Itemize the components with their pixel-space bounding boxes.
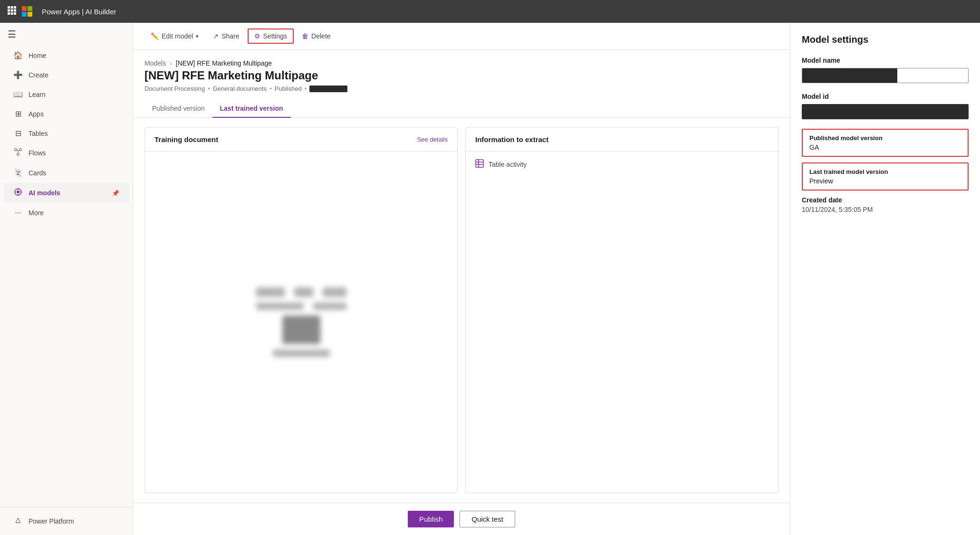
breadcrumb: Models › [NEW] RFE Marketing Multipage [144, 59, 778, 67]
created-date-section: Created date 10/11/2024, 5:35:05 PM [802, 196, 969, 213]
sidebar-item-apps[interactable]: ⊞ Apps [4, 105, 129, 123]
sidebar-item-label: AI models [29, 189, 60, 197]
settings-panel: Model settings Model name Model id Publi… [790, 23, 980, 535]
delete-label: Delete [311, 32, 330, 40]
svg-point-17 [17, 191, 19, 193]
last-trained-model-version-box: Last trained model version Preview [802, 162, 969, 191]
info-card-header: Information to extract [466, 128, 778, 152]
edit-model-button[interactable]: ✏️ Edit model ▾ [144, 29, 205, 43]
svg-rect-3 [8, 9, 10, 11]
svg-rect-18 [476, 160, 483, 167]
svg-rect-8 [14, 12, 16, 15]
svg-point-14 [19, 149, 22, 151]
sidebar-item-label: Create [29, 71, 48, 79]
svg-rect-5 [14, 9, 16, 11]
quick-test-button[interactable]: Quick test [460, 511, 515, 527]
flows-icon [13, 148, 23, 158]
sidebar-item-label: More [29, 209, 44, 217]
sidebar-item-tables[interactable]: ⊟ Tables [4, 124, 129, 143]
dropdown-chevron-icon: ▾ [196, 33, 199, 39]
edit-model-label: Edit model [162, 32, 193, 40]
sidebar-item-label: Home [29, 52, 46, 59]
svg-point-15 [17, 153, 19, 156]
table-icon [475, 159, 484, 170]
svg-rect-0 [8, 6, 10, 9]
published-model-version-box: Published model version GA [802, 129, 969, 157]
published-model-version-label: Published model version [809, 134, 961, 142]
meta-doc-type: Document Processing [144, 85, 205, 92]
breadcrumb-current: [NEW] RFE Marketing Multipage [176, 59, 272, 67]
svg-rect-4 [11, 9, 13, 11]
apps-icon: ⊞ [13, 109, 23, 118]
publish-button[interactable]: Publish [408, 511, 454, 527]
sidebar-item-learn[interactable]: 📖 Learn [4, 85, 129, 104]
footer-actions: Publish Quick test [133, 503, 790, 535]
page-header: Models › [NEW] RFE Marketing Multipage [… [133, 50, 790, 92]
last-trained-model-version-value: Preview [809, 177, 961, 185]
sidebar-item-label: Power Platform [29, 517, 74, 525]
last-trained-model-version-label: Last trained model version [809, 168, 961, 175]
grid-icon[interactable] [8, 6, 16, 17]
table-activity-label: Table activity [489, 161, 527, 168]
ai-models-icon [13, 188, 23, 198]
sidebar-item-label: Flows [29, 149, 46, 157]
training-document-card: Training document See details [144, 127, 458, 493]
sidebar: ☰ 🏠 Home ➕ Create 📖 Learn ⊞ Apps ⊟ Table… [0, 23, 133, 535]
tab-published-version[interactable]: Published version [144, 100, 212, 118]
training-card-header: Training document See details [145, 128, 457, 152]
page-title: [NEW] RFE Marketing Multipage [144, 69, 778, 82]
delete-button[interactable]: 🗑 Delete [296, 29, 336, 43]
sidebar-item-label: Learn [29, 91, 46, 98]
action-toolbar: ✏️ Edit model ▾ ↗ Share ⚙ Settings 🗑 Del… [133, 23, 790, 50]
edit-icon: ✏️ [151, 32, 159, 40]
topbar-brand: Power Apps | AI Builder [42, 8, 116, 16]
topbar: Power Apps | AI Builder [0, 0, 980, 23]
svg-rect-1 [11, 6, 13, 9]
model-name-label: Model name [802, 57, 969, 64]
svg-rect-6 [8, 12, 10, 15]
sidebar-item-label: Apps [29, 110, 44, 118]
svg-rect-2 [14, 6, 16, 9]
svg-rect-10 [28, 6, 32, 11]
sidebar-toggle[interactable]: ☰ [0, 23, 133, 46]
meta-redacted [309, 86, 347, 92]
svg-point-13 [15, 149, 17, 151]
model-name-section: Model name [802, 57, 969, 83]
created-date-label: Created date [802, 196, 969, 204]
svg-rect-11 [22, 12, 27, 17]
learn-icon: 📖 [13, 90, 23, 99]
info-card-body: Table activity [466, 152, 778, 177]
info-item-table-activity: Table activity [475, 159, 769, 170]
settings-button[interactable]: ⚙ Settings [248, 29, 294, 44]
sidebar-item-flows[interactable]: Flows [4, 143, 129, 162]
breadcrumb-chevron: › [170, 59, 172, 67]
sidebar-item-home[interactable]: 🏠 Home [4, 46, 129, 65]
power-platform-icon [13, 516, 23, 526]
share-button[interactable]: ↗ Share [207, 29, 245, 43]
svg-rect-12 [28, 12, 32, 17]
sidebar-item-label: Tables [29, 130, 48, 137]
published-model-version-value: GA [809, 143, 961, 151]
model-name-redacted [802, 68, 897, 83]
content-area: ✏️ Edit model ▾ ↗ Share ⚙ Settings 🗑 Del… [133, 23, 790, 535]
blurred-document [154, 287, 448, 357]
cards-container: Training document See details [133, 118, 790, 503]
svg-rect-7 [11, 12, 13, 15]
sidebar-item-create[interactable]: ➕ Create [4, 66, 129, 84]
home-icon: 🏠 [13, 51, 23, 60]
meta-doc-subtype: General documents [213, 85, 267, 92]
sidebar-item-more[interactable]: ··· More [4, 204, 129, 222]
model-name-input[interactable] [802, 68, 969, 83]
sidebar-item-power-platform[interactable]: Power Platform [4, 512, 129, 531]
sidebar-item-label: Cards [29, 169, 46, 177]
breadcrumb-models[interactable]: Models [144, 59, 166, 67]
tab-last-trained-version[interactable]: Last trained version [212, 100, 291, 118]
sidebar-item-cards[interactable]: 🃏 Cards [4, 163, 129, 182]
created-date-value: 10/11/2024, 5:35:05 PM [802, 206, 969, 213]
sidebar-item-ai-models[interactable]: AI models 📌 [4, 183, 129, 203]
see-details-link[interactable]: See details [417, 136, 448, 143]
settings-label: Settings [263, 32, 288, 40]
info-card-title: Information to extract [475, 135, 548, 143]
pin-icon[interactable]: 📌 [112, 190, 119, 197]
model-id-section: Model id [802, 93, 969, 119]
